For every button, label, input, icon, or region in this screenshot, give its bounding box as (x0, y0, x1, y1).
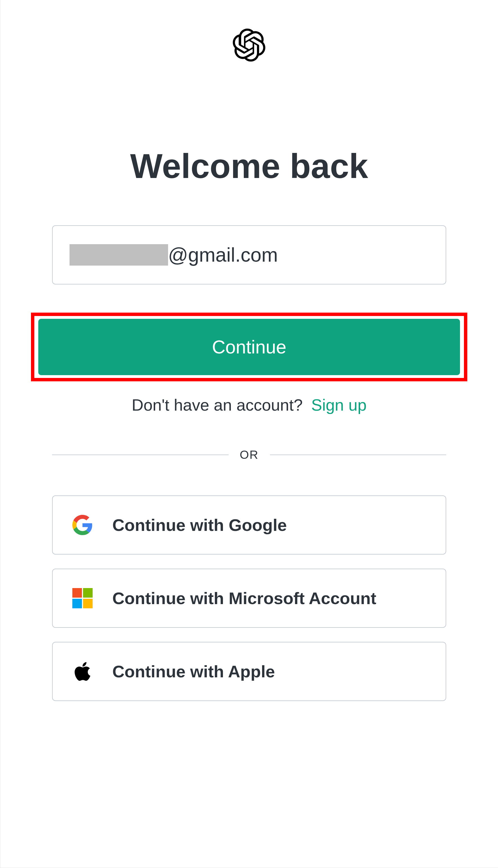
divider: OR (52, 448, 446, 462)
login-form: @gmail.com Continue Don't have an accoun… (52, 225, 446, 701)
apple-icon (73, 661, 93, 682)
email-field[interactable]: @gmail.com (52, 225, 446, 284)
google-icon (73, 515, 93, 535)
microsoft-icon (73, 588, 93, 608)
highlight-annotation: Continue (31, 313, 467, 381)
apple-button-label: Continue with Apple (112, 662, 275, 681)
page-title: Welcome back (130, 146, 368, 186)
openai-logo-icon (232, 28, 266, 62)
microsoft-button-label: Continue with Microsoft Account (112, 588, 376, 608)
divider-label: OR (240, 448, 259, 462)
signup-link[interactable]: Sign up (311, 396, 367, 414)
signup-prompt-row: Don't have an account? Sign up (132, 396, 367, 414)
continue-with-microsoft-button[interactable]: Continue with Microsoft Account (52, 569, 446, 628)
signup-prompt-text: Don't have an account? (132, 396, 303, 414)
continue-with-google-button[interactable]: Continue with Google (52, 495, 446, 555)
divider-line-right (270, 455, 446, 455)
redacted-email-local-part (69, 244, 168, 265)
google-button-label: Continue with Google (112, 515, 287, 535)
divider-line-left (52, 455, 228, 455)
login-page: Welcome back @gmail.com Continue Don't h… (0, 0, 498, 868)
continue-button[interactable]: Continue (38, 319, 460, 375)
continue-with-apple-button[interactable]: Continue with Apple (52, 642, 446, 701)
email-domain-text: @gmail.com (168, 244, 278, 266)
